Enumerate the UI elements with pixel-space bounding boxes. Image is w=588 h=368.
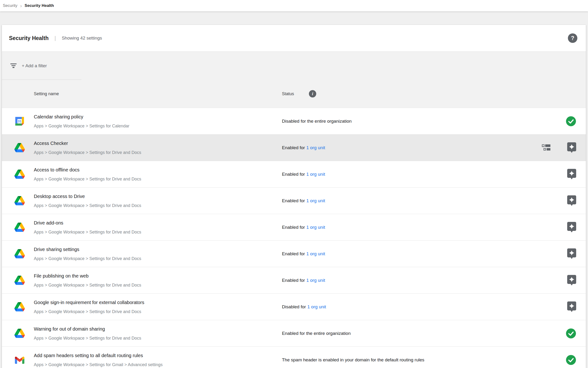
table-row[interactable]: 31 Calendar sharing policy Apps > Google… — [2, 108, 586, 134]
recommendation-icon[interactable] — [567, 142, 576, 153]
title-divider: | — [54, 35, 56, 41]
status-cell: Disabled for the entire organization — [282, 108, 352, 134]
org-unit-link[interactable]: 1 org unit — [306, 251, 325, 257]
status-cell: Enabled for 1 org unit — [282, 161, 325, 187]
status-text: Enabled for — [282, 145, 305, 150]
table-row[interactable]: Access Checker Apps > Google Workspace >… — [2, 134, 586, 161]
recommendation-icon[interactable] — [567, 195, 576, 206]
settings-list: 31 Calendar sharing policy Apps > Google… — [2, 108, 586, 368]
add-filter-button[interactable]: + Add a filter — [22, 63, 47, 68]
org-unit-link[interactable]: 1 org unit — [306, 198, 325, 203]
info-icon[interactable]: i — [309, 90, 316, 98]
page-title: Security Health — [9, 35, 48, 41]
status-cell: Enabled for the entire organization — [282, 320, 351, 346]
org-unit-link[interactable]: 1 org unit — [306, 172, 325, 177]
status-text: Enabled for — [282, 251, 305, 257]
org-unit-link[interactable]: 1 org unit — [306, 145, 325, 150]
org-unit-link[interactable]: 1 org unit — [306, 225, 325, 230]
status-cell: Enabled for 1 org unit — [282, 241, 325, 267]
recommendation-icon[interactable] — [567, 275, 576, 286]
table-row[interactable]: Warning for out of domain sharing Apps >… — [2, 320, 586, 346]
org-units-icon — [542, 144, 550, 151]
drive-icon — [14, 249, 25, 259]
filter-bar: + Add a filter — [2, 52, 586, 80]
security-health-card: Security Health | Showing 42 settings ? … — [2, 25, 586, 368]
status-cell: Enabled for 1 org unit — [282, 135, 325, 161]
table-row[interactable]: File publishing on the web Apps > Google… — [2, 267, 586, 294]
setting-path: Apps > Google Workspace > Settings for D… — [34, 176, 141, 182]
status-text: Disabled for the entire organization — [282, 119, 352, 124]
setting-path: Apps > Google Workspace > Settings for D… — [34, 309, 144, 314]
table-header: Setting name Status i — [2, 80, 586, 108]
setting-path: Apps > Google Workspace > Settings for G… — [34, 362, 162, 368]
status-cell: Enabled for 1 org unit — [282, 267, 325, 294]
drive-icon — [14, 196, 25, 206]
status-cell: Enabled for 1 org unit — [282, 188, 325, 214]
card-header: Security Health | Showing 42 settings ? — [2, 25, 586, 52]
breadcrumb-current: Security Health — [25, 3, 54, 8]
setting-name[interactable]: Drive sharing settings — [34, 246, 141, 252]
table-row[interactable]: Google sign-in requirement for external … — [2, 294, 586, 320]
setting-name[interactable]: Add spam headers setting to all default … — [34, 352, 162, 359]
breadcrumb: Security › Security Health — [0, 0, 588, 11]
filter-icon — [10, 64, 17, 68]
settings-count: Showing 42 settings — [62, 36, 102, 41]
drive-icon — [14, 275, 25, 285]
drive-icon — [14, 222, 25, 232]
setting-path: Apps > Google Workspace > Settings for D… — [34, 256, 141, 261]
status-cell: The spam header is enabled in your domai… — [282, 347, 424, 368]
breadcrumb-security-link[interactable]: Security — [3, 3, 17, 8]
setting-name[interactable]: File publishing on the web — [34, 273, 141, 279]
recommendation-icon[interactable] — [567, 302, 576, 312]
svg-text:31: 31 — [18, 120, 22, 123]
setting-path: Apps > Google Workspace > Settings for D… — [34, 202, 141, 208]
table-row[interactable]: Drive add-ons Apps > Google Workspace > … — [2, 214, 586, 240]
table-row[interactable]: Access to offline docs Apps > Google Wor… — [2, 161, 586, 187]
setting-path: Apps > Google Workspace > Settings for D… — [34, 149, 141, 155]
setting-path: Apps > Google Workspace > Settings for D… — [34, 229, 141, 235]
success-check-icon — [566, 328, 576, 339]
setting-name[interactable]: Access Checker — [34, 140, 141, 146]
setting-path: Apps > Google Workspace > Settings for C… — [34, 123, 129, 129]
setting-path: Apps > Google Workspace > Settings for D… — [34, 282, 141, 288]
status-text: Enabled for — [282, 172, 305, 177]
column-status: Status — [282, 92, 294, 96]
status-text: Enabled for — [282, 198, 305, 203]
setting-path: Apps > Google Workspace > Settings for D… — [34, 335, 141, 341]
success-check-icon — [566, 355, 576, 365]
drive-icon — [14, 328, 25, 339]
drive-icon — [14, 169, 25, 180]
setting-name[interactable]: Calendar sharing policy — [34, 113, 129, 120]
recommendation-icon[interactable] — [567, 248, 576, 259]
drive-icon — [14, 302, 25, 312]
setting-name[interactable]: Google sign-in requirement for external … — [34, 299, 144, 305]
org-unit-link[interactable]: 1 org unit — [307, 304, 326, 310]
security-health-page: Security › Security Health Security Heal… — [0, 0, 588, 368]
table-row[interactable]: Add spam headers setting to all default … — [2, 346, 586, 368]
recommendation-icon[interactable] — [567, 222, 576, 233]
setting-name[interactable]: Warning for out of domain sharing — [34, 326, 141, 332]
status-cell: Disabled for 1 org unit — [282, 294, 326, 320]
status-text: Enabled for the entire organization — [282, 331, 351, 336]
recommendation-icon[interactable] — [567, 169, 576, 180]
gmail-icon — [14, 355, 25, 365]
status-text: The spam header is enabled in your domai… — [282, 357, 424, 363]
help-icon[interactable]: ? — [568, 33, 577, 43]
status-cell: Enabled for 1 org unit — [282, 214, 325, 240]
status-text: Enabled for — [282, 278, 305, 283]
column-setting-name: Setting name — [34, 92, 59, 96]
calendar-icon: 31 — [14, 116, 25, 127]
status-text: Disabled for — [282, 304, 306, 310]
table-row[interactable]: Desktop access to Drive Apps > Google Wo… — [2, 187, 586, 214]
status-text: Enabled for — [282, 225, 305, 230]
table-row[interactable]: Drive sharing settings Apps > Google Wor… — [2, 240, 586, 267]
setting-name[interactable]: Desktop access to Drive — [34, 193, 141, 199]
success-check-icon — [566, 116, 576, 127]
org-unit-link[interactable]: 1 org unit — [306, 278, 325, 283]
breadcrumb-chevron-icon: › — [20, 3, 22, 8]
drive-icon — [14, 143, 25, 153]
setting-name[interactable]: Drive add-ons — [34, 220, 141, 226]
setting-name[interactable]: Access to offline docs — [34, 166, 141, 173]
